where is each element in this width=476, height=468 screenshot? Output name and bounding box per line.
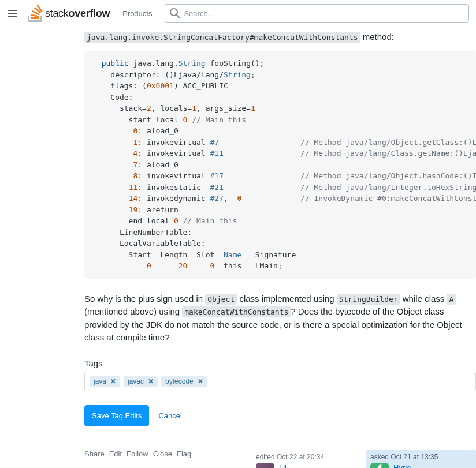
save-tag-edits-button[interactable]: Save Tag Edits [84, 405, 149, 426]
tag-bytecode[interactable]: bytecode✕ [161, 376, 207, 387]
logo-text: stackoverflow [45, 8, 110, 20]
tag-javac[interactable]: javac✕ [124, 376, 158, 387]
code-inline: java.lang.invoke.StringConcatFactory#mak… [84, 32, 360, 43]
tag-java[interactable]: java✕ [90, 376, 120, 387]
code-inline: Object [205, 294, 237, 305]
button-row: Save Tag Edits Cancel [84, 405, 476, 426]
asker-card: asked Oct 21 at 13:35 Hyrio 191 2 [366, 450, 476, 469]
edit-link[interactable]: Edit [109, 450, 122, 458]
code-inline: makeConcatWithConstants [182, 306, 291, 317]
tags-input[interactable]: java✕ javac✕ bytecode✕ [84, 372, 476, 391]
share-link[interactable]: Share [84, 450, 105, 458]
products-link[interactable]: Products [117, 6, 158, 21]
user-link[interactable]: Lii [279, 463, 341, 469]
close-link[interactable]: Close [153, 450, 172, 458]
remove-tag-icon[interactable]: ✕ [146, 377, 155, 385]
editor-card: edited Oct 22 at 20:34 Lii 11.2k 8 60 81 [252, 450, 362, 469]
search-icon [170, 8, 180, 18]
remove-tag-icon[interactable]: ✕ [109, 377, 118, 385]
remove-tag-icon[interactable]: ✕ [196, 377, 205, 385]
tags-heading: Tags [84, 358, 476, 368]
user-link[interactable]: Hyrio [393, 463, 418, 469]
search-box[interactable] [165, 4, 469, 23]
code-inline: A [447, 294, 456, 305]
method-line: java.lang.invoke.StringConcatFactory#mak… [84, 32, 476, 42]
question-content: java.lang.invoke.StringConcatFactory#mak… [84, 27, 476, 468]
topbar: stackoverflow Products [0, 0, 476, 27]
code-inline: StringBuilder [337, 294, 400, 305]
post-actions: Share Edit Follow Close Flag [84, 450, 191, 458]
question-paragraph: So why is the plus sign used in Object c… [84, 293, 476, 345]
edited-label[interactable]: edited Oct 22 at 20:34 [256, 453, 358, 461]
code-block: public java.lang.String fooString(); des… [84, 51, 476, 279]
search-input[interactable] [184, 9, 464, 18]
logo[interactable]: stackoverflow [28, 5, 110, 22]
avatar[interactable] [256, 463, 274, 469]
flag-link[interactable]: Flag [177, 450, 191, 458]
logo-icon [28, 5, 43, 22]
cancel-button[interactable]: Cancel [158, 411, 181, 420]
post-footer: Share Edit Follow Close Flag edited Oct … [84, 450, 476, 469]
follow-link[interactable]: Follow [127, 450, 148, 458]
avatar[interactable] [370, 463, 389, 469]
menu-icon[interactable] [7, 6, 21, 20]
asked-label: asked Oct 21 at 13:35 [370, 453, 472, 461]
user-cards: edited Oct 22 at 20:34 Lii 11.2k 8 60 81 [252, 450, 476, 469]
